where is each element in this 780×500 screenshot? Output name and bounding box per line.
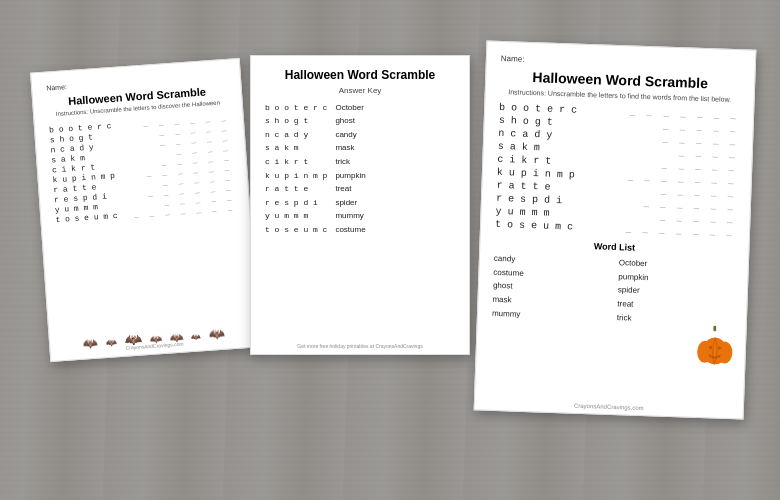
word-list-col2: October pumpkin spider treat trick (617, 256, 734, 328)
word-list-col1: candy costume ghost mask mummy (492, 252, 609, 324)
footer-right: CrayonsAndCravings.com (475, 399, 743, 414)
word-list-grid: candy costume ghost mask mummy October p… (492, 252, 734, 328)
pages-container: Name: Halloween Word Scramble Instructio… (10, 15, 770, 485)
pumpkin-icon (692, 324, 733, 363)
answer-key-list: b o o t e r c s h o g t n c a d y s a k … (265, 101, 455, 237)
page-left: Name: Halloween Word Scramble Instructio… (30, 58, 260, 362)
word-scramble-list-left: b o o t e r c_ _ _ _ _ _ s h o g t_ _ _ … (49, 113, 235, 224)
title-middle: Halloween Word Scramble (265, 68, 455, 84)
answer-key-label: Answer Key (265, 86, 455, 95)
word-list-section: Word List candy costume ghost mask mummy… (492, 238, 735, 328)
svg-rect-0 (713, 326, 716, 332)
page-right: Name: Halloween Word Scramble Instructio… (474, 40, 757, 419)
footer-middle: Get more free holiday printables at Cray… (251, 343, 469, 349)
word-scramble-list-right: b o o t e r c _ _ _ _ _ _ _ s h o g t _ … (495, 102, 739, 238)
page-middle: Halloween Word Scramble Answer Key b o o… (250, 55, 470, 355)
